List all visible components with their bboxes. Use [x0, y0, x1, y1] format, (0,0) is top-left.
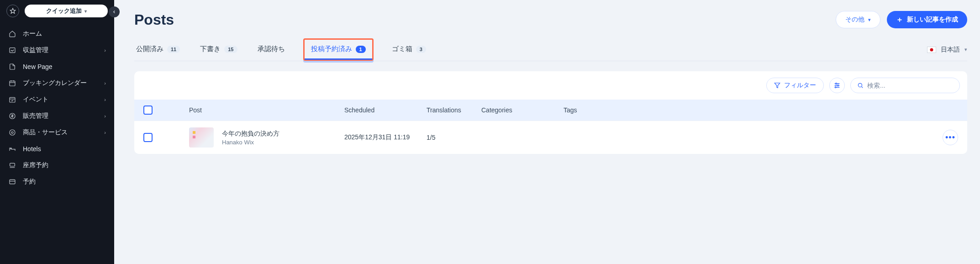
table-header: Post Scheduled Translations Categories T…: [134, 100, 967, 121]
quick-add-label: クイック追加: [46, 7, 82, 15]
svg-point-22: [835, 87, 836, 88]
flag-jp-icon: [927, 47, 936, 53]
sidebar-item-reservations[interactable]: 予約: [0, 174, 114, 190]
calendar-icon: [8, 79, 16, 87]
col-header-post: Post: [189, 106, 344, 114]
tab-label: ゴミ箱: [392, 45, 412, 53]
quick-add-button[interactable]: クイック追加 ▾: [25, 5, 108, 17]
event-icon: [8, 95, 16, 104]
search-box[interactable]: [850, 78, 960, 93]
tab-1[interactable]: 下書き15: [198, 38, 239, 61]
favorite-icon[interactable]: [6, 5, 19, 17]
sidebar-item-calendar[interactable]: ブッキングカレンダー›: [0, 75, 114, 91]
reservations-icon: [8, 178, 16, 186]
filter-icon: [774, 82, 780, 89]
sidebar-item-label: ホーム: [23, 30, 42, 38]
tab-label: 承認待ち: [258, 45, 285, 53]
tab-label: 投稿予約済み: [311, 45, 352, 53]
page-header: Posts その他 ▾ ＋ 新しい記事を作成: [134, 0, 967, 33]
page-icon: [8, 63, 16, 71]
chevron-right-icon: ›: [104, 80, 106, 86]
sidebar-item-label: 座席予約: [23, 161, 48, 169]
col-header-categories: Categories: [481, 106, 564, 114]
row-checkbox[interactable]: [143, 133, 153, 142]
sidebar-item-revenue[interactable]: 収益管理›: [0, 42, 114, 58]
tabs: 公開済み11下書き15承認待ち投稿予約済み1ゴミ箱3: [134, 38, 428, 61]
card-toolbar: フィルター: [134, 71, 967, 100]
svg-point-10: [11, 132, 13, 133]
other-actions-label: その他: [845, 16, 864, 24]
table-body: 今年の抱負の決め方Hanako Wix2025年12月31日 11:191/5•…: [134, 121, 967, 154]
svg-point-20: [836, 83, 837, 84]
plus-icon: ＋: [896, 15, 903, 25]
filter-label: フィルター: [784, 81, 816, 90]
sidebar-item-label: 収益管理: [23, 46, 48, 54]
chevron-down-icon: ▾: [964, 47, 967, 53]
row-more-button[interactable]: •••: [943, 130, 958, 145]
hotels-icon: [8, 145, 16, 153]
post-author: Hanako Wix: [222, 139, 279, 146]
svg-rect-12: [10, 163, 15, 166]
tab-count-badge: 3: [416, 46, 426, 53]
post-title: 今年の抱負の決め方: [222, 130, 279, 138]
post-thumbnail: [189, 127, 214, 148]
create-post-label: 新しい記事を作成: [907, 16, 958, 24]
sidebar-item-label: 販売管理: [23, 112, 48, 120]
tab-2[interactable]: 承認待ち: [256, 38, 287, 61]
col-header-scheduled: Scheduled: [344, 106, 427, 114]
chevron-down-icon: ▾: [868, 17, 871, 23]
tab-4[interactable]: ゴミ箱3: [390, 38, 428, 61]
svg-point-9: [10, 130, 15, 135]
sidebar-item-home[interactable]: ホーム: [0, 26, 114, 42]
home-icon: [8, 30, 16, 38]
tab-label: 公開済み: [136, 45, 163, 53]
language-label: 日本語: [941, 46, 960, 54]
revenue-icon: [8, 46, 16, 54]
chevron-right-icon: ›: [104, 113, 106, 119]
tab-3[interactable]: 投稿予約済み1: [303, 38, 374, 61]
svg-rect-6: [10, 97, 15, 102]
sidebar-nav: ホーム収益管理›New Pageブッキングカレンダー›イベント›販売管理›商品・…: [0, 24, 114, 192]
other-actions-button[interactable]: その他 ▾: [836, 11, 880, 28]
sidebar-item-event[interactable]: イベント›: [0, 91, 114, 108]
svg-rect-1: [10, 48, 15, 53]
tab-0[interactable]: 公開済み11: [134, 38, 182, 61]
svg-marker-0: [10, 8, 16, 13]
sidebar-item-label: 商品・サービス: [23, 128, 68, 137]
search-input[interactable]: [867, 82, 953, 89]
svg-line-24: [862, 87, 863, 88]
col-header-tags: Tags: [564, 106, 931, 114]
main-content: Posts その他 ▾ ＋ 新しい記事を作成 公開済み11下書き15承認待ち投稿…: [114, 0, 980, 264]
col-header-translations: Translations: [427, 106, 481, 114]
svg-rect-14: [10, 180, 15, 184]
sidebar-item-page[interactable]: New Page: [0, 58, 114, 75]
header-actions: その他 ▾ ＋ 新しい記事を作成: [836, 11, 967, 28]
filter-button[interactable]: フィルター: [766, 78, 824, 93]
sliders-icon: [833, 82, 841, 89]
svg-point-11: [11, 148, 11, 149]
language-picker[interactable]: 日本語 ▾: [927, 46, 967, 54]
row-scheduled: 2025年12月31日 11:19: [344, 133, 427, 142]
search-icon: [857, 82, 864, 89]
sidebar-item-hotels[interactable]: Hotels: [0, 141, 114, 157]
posts-card: フィルター Post Scheduled Translations Catego…: [134, 71, 967, 154]
sidebar-item-seats[interactable]: 座席予約: [0, 157, 114, 174]
svg-marker-16: [775, 83, 780, 88]
tab-count-badge: 11: [167, 46, 180, 53]
settings-button[interactable]: [829, 78, 845, 93]
chevron-right-icon: ›: [104, 48, 106, 53]
seats-icon: [8, 161, 16, 169]
sidebar-item-products[interactable]: 商品・サービス›: [0, 124, 114, 141]
table-row[interactable]: 今年の抱負の決め方Hanako Wix2025年12月31日 11:191/5•…: [134, 121, 967, 154]
create-post-button[interactable]: ＋ 新しい記事を作成: [887, 11, 967, 28]
sidebar-collapse-toggle[interactable]: [109, 6, 120, 17]
sidebar-item-label: ブッキングカレンダー: [23, 79, 87, 87]
svg-point-21: [838, 85, 839, 86]
svg-rect-2: [10, 81, 15, 86]
sidebar-item-sales[interactable]: 販売管理›: [0, 108, 114, 124]
sidebar-item-label: New Page: [23, 63, 53, 70]
sidebar: クイック追加 ▾ ホーム収益管理›New Pageブッキングカレンダー›イベント…: [0, 0, 114, 264]
sidebar-item-label: 予約: [23, 178, 36, 186]
select-all-checkbox[interactable]: [143, 106, 153, 115]
sales-icon: [8, 112, 16, 120]
